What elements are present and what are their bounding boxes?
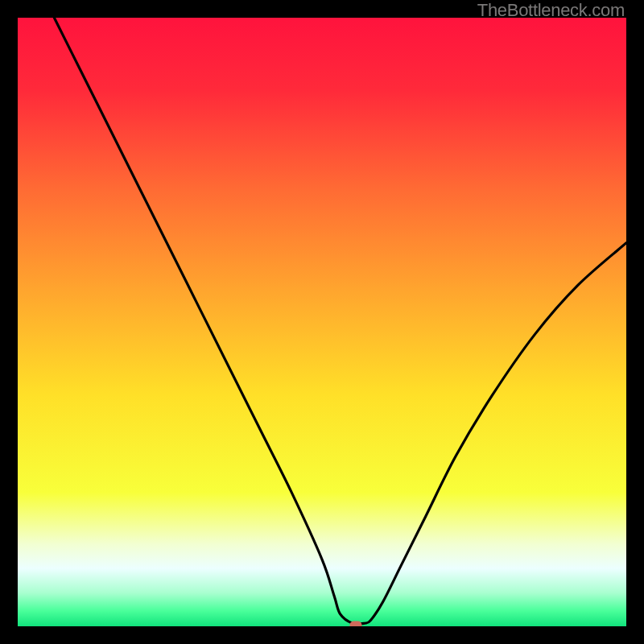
- bottleneck-marker: [349, 621, 361, 627]
- chart-container: TheBottleneck.com: [0, 0, 644, 644]
- bottleneck-curve: [18, 18, 626, 626]
- plot-area: [18, 18, 626, 626]
- watermark-text: TheBottleneck.com: [477, 0, 625, 21]
